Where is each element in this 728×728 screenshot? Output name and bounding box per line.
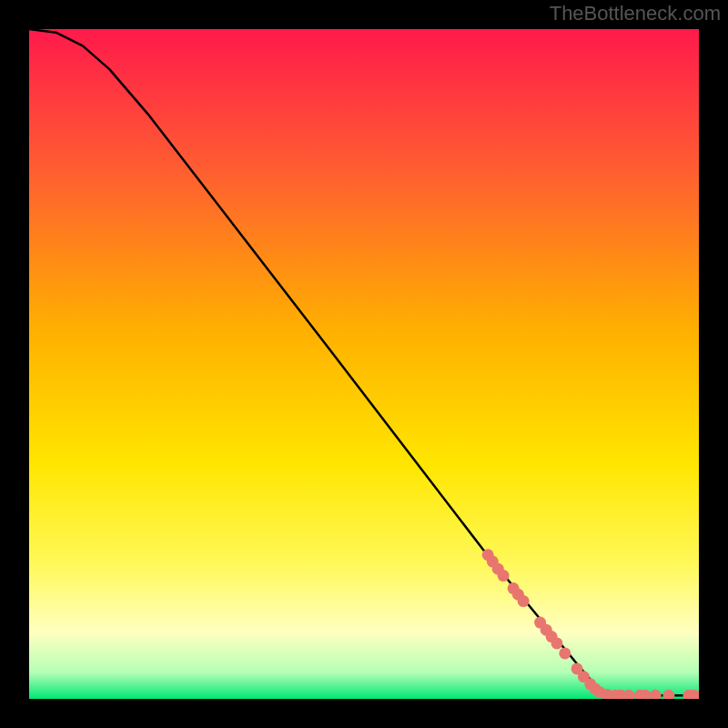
svg-point-6 [518,595,530,607]
svg-point-3 [498,570,510,581]
chart-background [29,29,699,699]
watermark-text: TheBottleneck.com [550,2,721,25]
svg-point-10 [551,637,562,649]
chart-plot [29,29,699,699]
svg-point-11 [559,647,571,659]
